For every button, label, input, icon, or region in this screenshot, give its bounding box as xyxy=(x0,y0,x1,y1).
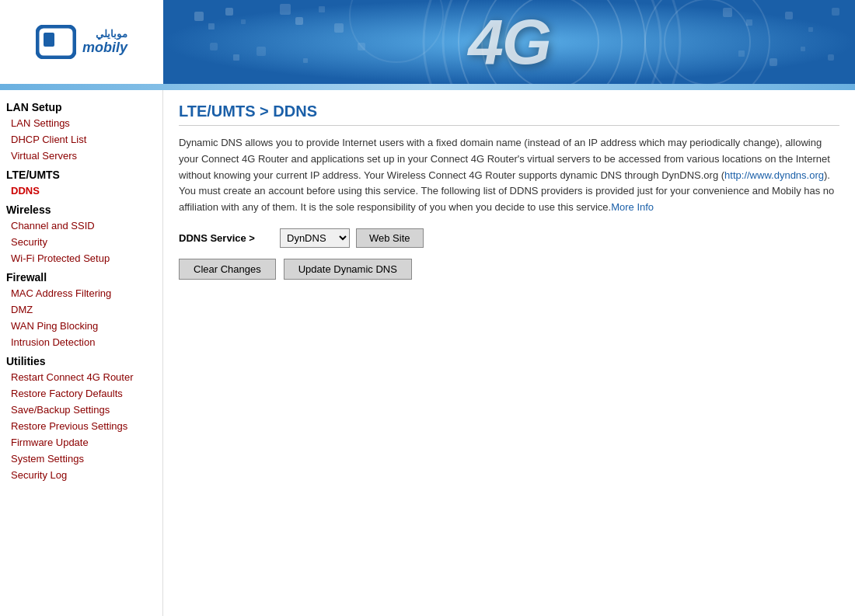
sidebar-item-system-settings[interactable]: System Settings xyxy=(0,451,162,467)
svg-rect-28 xyxy=(832,8,839,16)
svg-rect-17 xyxy=(319,6,325,12)
sidebar-item-wifi-protected-setup[interactable]: Wi-Fi Protected Setup xyxy=(0,250,162,266)
ddns-form: DDNS Service > DynDNSTZONo-IP Web Site C… xyxy=(179,228,839,280)
svg-rect-16 xyxy=(295,17,303,25)
logo-arabic-text: موبايلي xyxy=(82,28,127,40)
sidebar-item-intrusion-detection[interactable]: Intrusion Detection xyxy=(0,334,162,350)
svg-rect-21 xyxy=(256,47,266,56)
sidebar-item-lan-settings[interactable]: LAN Settings xyxy=(0,115,162,131)
sidebar-item-restart[interactable]: Restart Connect 4G Router xyxy=(0,369,162,385)
main-content: LTE/UMTS > DDNS Dynamic DNS allows you t… xyxy=(163,90,855,616)
sidebar: LAN SetupLAN SettingsDHCP Client ListVir… xyxy=(0,90,163,616)
sidebar-item-save-backup[interactable]: Save/Backup Settings xyxy=(0,402,162,418)
page-description: Dynamic DNS allows you to provide Intern… xyxy=(179,135,839,216)
update-dns-button[interactable]: Update Dynamic DNS xyxy=(284,259,412,280)
sidebar-section-lte-umts: LTE/UMTS xyxy=(0,164,162,183)
svg-rect-31 xyxy=(801,47,805,51)
sidebar-section-lan-setup: LAN Setup xyxy=(0,96,162,115)
sidebar-item-virtual-servers[interactable]: Virtual Servers xyxy=(0,148,162,164)
svg-rect-15 xyxy=(280,4,291,15)
svg-rect-12 xyxy=(208,23,215,30)
svg-rect-14 xyxy=(241,19,246,24)
svg-rect-18 xyxy=(334,23,344,33)
ddns-service-label: DDNS Service > xyxy=(179,232,272,244)
svg-rect-24 xyxy=(723,8,732,17)
svg-rect-32 xyxy=(828,54,834,61)
sidebar-item-dhcp-client-list[interactable]: DHCP Client List xyxy=(0,131,162,148)
sidebar-section-wireless: Wireless xyxy=(0,199,162,218)
header-4g-label: 4G xyxy=(468,5,550,78)
svg-rect-23 xyxy=(358,43,365,50)
sidebar-item-dmz[interactable]: DMZ xyxy=(0,301,162,318)
sidebar-section-firewall: Firewall xyxy=(0,266,162,285)
sidebar-item-security-log[interactable]: Security Log xyxy=(0,467,162,483)
clear-changes-button[interactable]: Clear Changes xyxy=(179,259,276,280)
sidebar-item-channel-ssid[interactable]: Channel and SSID xyxy=(0,218,162,234)
more-info-link[interactable]: More Info xyxy=(611,201,654,213)
sidebar-item-mac-address-filtering[interactable]: MAC Address Filtering xyxy=(0,285,162,301)
mobily-logo-icon xyxy=(36,25,76,59)
sidebar-item-restore-previous[interactable]: Restore Previous Settings xyxy=(0,418,162,434)
ddns-service-select[interactable]: DynDNSTZONo-IP xyxy=(280,228,350,248)
svg-rect-29 xyxy=(738,50,745,57)
svg-rect-19 xyxy=(210,43,218,50)
svg-rect-30 xyxy=(770,58,777,66)
sidebar-item-security[interactable]: Security xyxy=(0,234,162,250)
ddns-service-row: DDNS Service > DynDNSTZONo-IP Web Site xyxy=(179,228,839,248)
svg-rect-25 xyxy=(746,19,752,26)
svg-rect-26 xyxy=(785,12,793,19)
dyndns-link[interactable]: http://www.dyndns.org xyxy=(724,169,824,181)
svg-rect-22 xyxy=(303,58,308,63)
sidebar-item-restore-factory[interactable]: Restore Factory Defaults xyxy=(0,385,162,402)
svg-rect-20 xyxy=(233,54,239,61)
svg-rect-0 xyxy=(37,26,75,57)
sidebar-section-utilities: Utilities xyxy=(0,350,162,369)
action-buttons-row: Clear Changes Update Dynamic DNS xyxy=(179,259,839,280)
sidebar-item-firmware-update[interactable]: Firmware Update xyxy=(0,434,162,451)
sidebar-item-wan-ping-blocking[interactable]: WAN Ping Blocking xyxy=(0,318,162,334)
header-blue-bar xyxy=(0,84,855,90)
logo-english-text: mobily xyxy=(82,40,127,56)
logo-area: موبايلي mobily xyxy=(0,0,163,84)
svg-rect-27 xyxy=(808,27,813,32)
page-title: LTE/UMTS > DDNS xyxy=(179,103,839,126)
sidebar-item-ddns[interactable]: DDNS xyxy=(0,183,162,199)
svg-rect-1 xyxy=(44,33,54,47)
svg-rect-11 xyxy=(194,12,204,21)
website-button[interactable]: Web Site xyxy=(356,228,424,248)
header: موبايلي mobily xyxy=(0,0,855,84)
svg-rect-13 xyxy=(225,8,233,16)
